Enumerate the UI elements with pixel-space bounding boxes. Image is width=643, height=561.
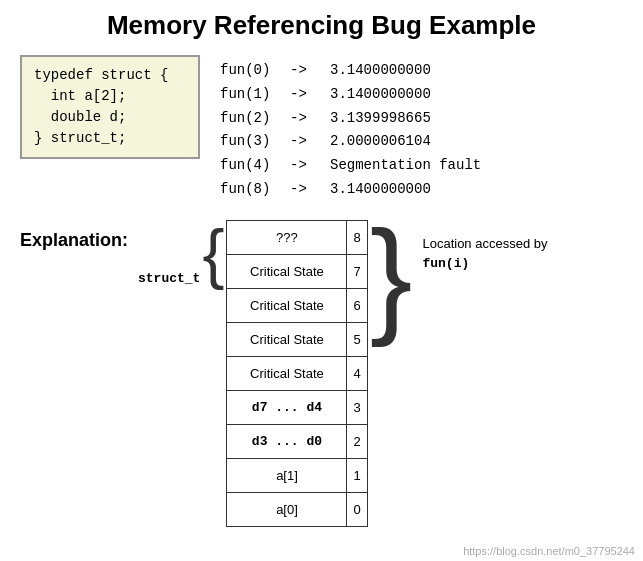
right-annotation: Location accessed by fun(i) bbox=[422, 220, 547, 274]
struct-brace-icon: { bbox=[202, 220, 224, 286]
fun-calls-table: fun(0) -> 3.1400000000 fun(1) -> 3.14000… bbox=[220, 55, 481, 202]
fun-call-name: fun(0) bbox=[220, 59, 280, 83]
location-line2: fun(i) bbox=[422, 256, 469, 271]
fun-call-name: fun(4) bbox=[220, 154, 280, 178]
memory-cell-index: 0 bbox=[347, 492, 367, 526]
fun-call-arrow: -> bbox=[290, 59, 320, 83]
fun-call-arrow: -> bbox=[290, 178, 320, 202]
memory-table-wrap: ???8Critical State7Critical State6Critic… bbox=[226, 220, 547, 527]
memory-cell-index: 1 bbox=[347, 458, 367, 492]
fun-call-row: fun(0) -> 3.1400000000 bbox=[220, 59, 481, 83]
table-row: d7 ... d43 bbox=[227, 390, 367, 424]
memory-cell-index: 6 bbox=[347, 288, 367, 322]
location-line1: Location accessed by bbox=[422, 236, 547, 251]
table-row: Critical State4 bbox=[227, 356, 367, 390]
fun-call-value: Segmentation fault bbox=[330, 154, 481, 178]
fun-call-value: 3.1399998665 bbox=[330, 107, 450, 131]
table-row: Critical State7 bbox=[227, 254, 367, 288]
memory-table: ???8Critical State7Critical State6Critic… bbox=[226, 220, 367, 527]
fun-call-name: fun(2) bbox=[220, 107, 280, 131]
fun-call-row: fun(3) -> 2.0000006104 bbox=[220, 130, 481, 154]
memory-cell-content: Critical State bbox=[227, 356, 347, 390]
memory-cell-index: 5 bbox=[347, 322, 367, 356]
fun-call-row: fun(8) -> 3.1400000000 bbox=[220, 178, 481, 202]
memory-cell-content: Critical State bbox=[227, 254, 347, 288]
page-title: Memory Referencing Bug Example bbox=[20, 10, 623, 41]
fun-call-row: fun(2) -> 3.1399998665 bbox=[220, 107, 481, 131]
table-row: a[0]0 bbox=[227, 492, 367, 526]
fun-call-row: fun(1) -> 3.1400000000 bbox=[220, 83, 481, 107]
memory-cell-content: Critical State bbox=[227, 288, 347, 322]
fun-call-row: fun(4) -> Segmentation fault bbox=[220, 154, 481, 178]
memory-cell-index: 7 bbox=[347, 254, 367, 288]
table-row: Critical State5 bbox=[227, 322, 367, 356]
location-label: Location accessed by fun(i) bbox=[422, 234, 547, 274]
fun-call-name: fun(8) bbox=[220, 178, 280, 202]
memory-cell-content: Critical State bbox=[227, 322, 347, 356]
fun-call-value: 3.1400000000 bbox=[330, 178, 450, 202]
fun-call-value: 3.1400000000 bbox=[330, 59, 450, 83]
right-annotation-area: } Location accessed by fun(i) bbox=[370, 220, 548, 340]
fun-call-name: fun(1) bbox=[220, 83, 280, 107]
fun-call-value: 3.1400000000 bbox=[330, 83, 450, 107]
fun-call-value: 2.0000006104 bbox=[330, 130, 450, 154]
table-row: d3 ... d02 bbox=[227, 424, 367, 458]
right-brace-col: } bbox=[370, 220, 413, 340]
bottom-right-content: struct_t { ???8Critical State7Critical S… bbox=[138, 220, 547, 527]
fun-call-arrow: -> bbox=[290, 130, 320, 154]
memory-cell-index: 3 bbox=[347, 390, 367, 424]
bottom-section: Explanation: struct_t { ???8Critical Sta… bbox=[20, 220, 623, 527]
fun-call-arrow: -> bbox=[290, 83, 320, 107]
fun-call-arrow: -> bbox=[290, 154, 320, 178]
table-row: a[1]1 bbox=[227, 458, 367, 492]
struct-label: struct_t bbox=[138, 271, 200, 322]
fun-call-name: fun(3) bbox=[220, 130, 280, 154]
right-brace-icon: } bbox=[370, 212, 413, 340]
memory-cell-content: a[1] bbox=[227, 458, 347, 492]
explanation-label: Explanation: bbox=[20, 228, 130, 251]
watermark: https://blog.csdn.net/m0_37795244 bbox=[463, 545, 635, 557]
memory-cell-index: 2 bbox=[347, 424, 367, 458]
explanation-col: Explanation: bbox=[20, 220, 138, 251]
memory-cell-content: d7 ... d4 bbox=[227, 390, 347, 424]
memory-cell-content: d3 ... d0 bbox=[227, 424, 347, 458]
memory-cell-index: 8 bbox=[347, 220, 367, 254]
code-box: typedef struct { int a[2]; double d; } s… bbox=[20, 55, 200, 159]
fun-call-arrow: -> bbox=[290, 107, 320, 131]
top-section: typedef struct { int a[2]; double d; } s… bbox=[20, 55, 623, 202]
table-row: Critical State6 bbox=[227, 288, 367, 322]
memory-cell-index: 4 bbox=[347, 356, 367, 390]
memory-cell-content: a[0] bbox=[227, 492, 347, 526]
memory-cell-content: ??? bbox=[227, 220, 347, 254]
table-row: ???8 bbox=[227, 220, 367, 254]
